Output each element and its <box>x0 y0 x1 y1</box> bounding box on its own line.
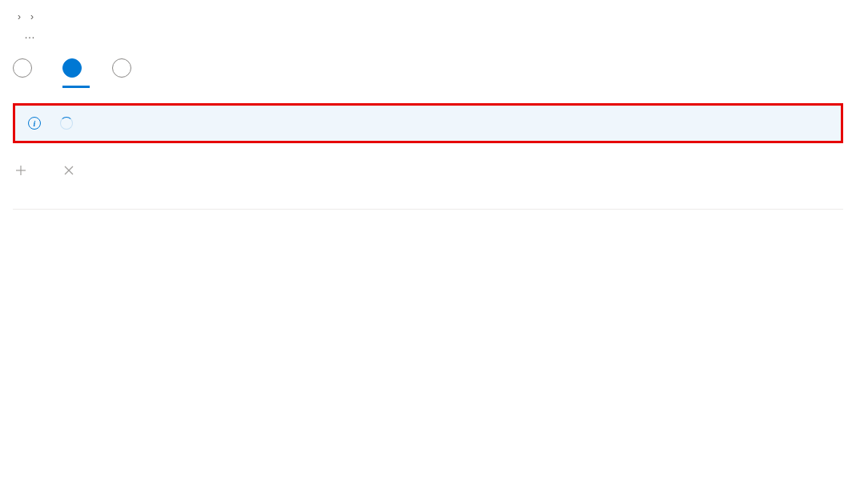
step-badge-3 <box>112 58 131 78</box>
step-review[interactable] <box>112 58 139 88</box>
info-banner-highlight: i <box>13 103 843 143</box>
table-header-row <box>13 193 843 210</box>
chevron-right-icon: › <box>30 11 34 22</box>
column-header-validation-status[interactable] <box>725 193 843 210</box>
step-badge-2 <box>62 58 82 78</box>
spinner-icon <box>60 117 73 130</box>
info-banner: i <box>15 106 841 141</box>
toolbar <box>13 158 843 193</box>
info-icon: i <box>28 117 41 130</box>
breadcrumb: › › <box>13 11 843 22</box>
column-header-name[interactable] <box>13 193 281 210</box>
column-header-type[interactable] <box>281 193 441 210</box>
chevron-right-icon: › <box>18 11 21 22</box>
more-actions-icon[interactable]: … <box>24 28 35 41</box>
plus-icon <box>14 164 27 177</box>
x-icon <box>62 164 75 177</box>
add-resources-button[interactable] <box>14 162 34 178</box>
step-source-target[interactable] <box>13 58 40 88</box>
remove-from-list-button[interactable] <box>62 162 82 178</box>
step-resources-to-move[interactable] <box>62 58 90 88</box>
resources-table <box>13 193 843 210</box>
column-header-resource-type[interactable] <box>441 193 725 210</box>
step-badge-1 <box>13 58 32 78</box>
stepper <box>13 58 843 89</box>
